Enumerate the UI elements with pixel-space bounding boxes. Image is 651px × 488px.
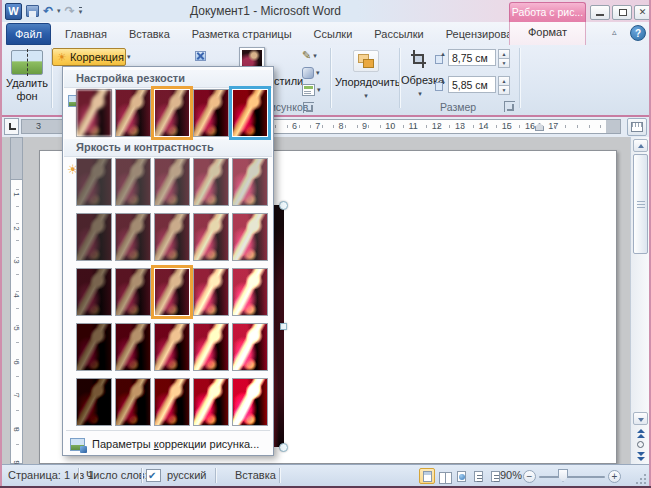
ribbon-tab-2[interactable]: Вставка — [118, 23, 181, 45]
sharpness-option-2[interactable] — [115, 89, 151, 137]
brightness-contrast-option-r4-c3[interactable] — [154, 323, 190, 371]
brightness-contrast-option-r5-c2[interactable] — [115, 378, 151, 426]
window-resize-grip[interactable] — [635, 473, 647, 485]
thumbnail-image — [233, 324, 267, 370]
picture-border-button[interactable]: ✎ ▾ — [302, 48, 328, 63]
brightness-contrast-option-r1-c3[interactable] — [154, 158, 190, 206]
arrange-icon — [353, 50, 379, 72]
ribbon-tab-1[interactable]: Главная — [54, 23, 118, 45]
brightness-contrast-option-r1-c5[interactable] — [232, 158, 268, 206]
reset-picture-icon[interactable] — [192, 49, 210, 64]
spin-up-icon[interactable]: ▲ — [498, 49, 510, 58]
brightness-contrast-option-r5-c5[interactable] — [232, 378, 268, 426]
corrections-button[interactable]: ☀ Коррекция ▾ — [52, 48, 126, 66]
vertical-scrollbar[interactable] — [630, 137, 649, 464]
zoom-out-button[interactable]: − — [523, 470, 536, 483]
page-indicator[interactable]: Страница: 1 из 1 — [8, 465, 94, 486]
sharpness-option-1[interactable] — [76, 89, 112, 137]
vertical-ruler[interactable]: 123456789 — [10, 137, 23, 464]
height-spinner[interactable]: ▲ ▼ — [498, 49, 510, 66]
picture-handle-middle-right[interactable] — [280, 323, 287, 330]
brightness-contrast-option-r1-c2[interactable] — [115, 158, 151, 206]
crop-button[interactable]: Обрезка ▾ — [401, 47, 439, 105]
picture-tools-contextual-header: Работа с рис... — [509, 2, 586, 22]
brightness-contrast-option-r4-c4[interactable] — [193, 323, 229, 371]
thumbnail-image — [194, 159, 228, 205]
tab-stop-selector[interactable] — [4, 118, 19, 135]
brightness-contrast-option-r2-c3[interactable] — [154, 213, 190, 261]
picture-corrections-options-item[interactable]: Параметры коррекции рисунка... — [64, 433, 272, 455]
brightness-contrast-option-r1-c1[interactable] — [76, 158, 112, 206]
brightness-contrast-option-r5-c1[interactable] — [76, 378, 112, 426]
view-web-layout-button[interactable] — [453, 468, 469, 484]
brightness-contrast-option-r4-c2[interactable] — [115, 323, 151, 371]
sharpness-option-4[interactable] — [193, 89, 229, 137]
chevron-down-icon: ▾ — [418, 90, 422, 97]
view-print-layout-button[interactable] — [419, 468, 435, 484]
picture-layout-button[interactable]: ▾ — [302, 82, 328, 97]
view-outline-button[interactable] — [470, 468, 486, 484]
spin-down-icon[interactable]: ▼ — [498, 58, 510, 68]
scroll-up-button[interactable] — [633, 139, 648, 152]
brightness-contrast-option-r3-c4[interactable] — [193, 268, 229, 316]
tab-file[interactable]: Файл — [6, 23, 51, 45]
brightness-contrast-option-r3-c2[interactable] — [115, 268, 151, 316]
spell-check-icon[interactable]: ✔ — [146, 469, 161, 482]
language-indicator[interactable]: русский — [167, 465, 206, 486]
brightness-contrast-option-r5-c3[interactable] — [154, 378, 190, 426]
arrange-button[interactable]: Упорядочить ▾ — [335, 47, 397, 105]
restore-button[interactable] — [612, 5, 632, 20]
brightness-contrast-option-r2-c2[interactable] — [115, 213, 151, 261]
scrollbar-thumb[interactable] — [633, 154, 648, 254]
select-browse-object-button[interactable] — [634, 440, 647, 451]
scroll-down-button[interactable] — [633, 412, 648, 425]
insert-mode-indicator[interactable]: Вставка — [235, 465, 276, 486]
spin-down-icon[interactable]: ▼ — [498, 85, 510, 95]
sharpness-option-3[interactable] — [154, 89, 190, 137]
shape-width-field[interactable] — [448, 76, 496, 93]
help-icon[interactable]: ? — [630, 25, 646, 41]
view-fullscreen-reading-button[interactable] — [436, 468, 452, 484]
zoom-slider-track[interactable] — [539, 476, 605, 478]
previous-page-button[interactable] — [634, 428, 647, 439]
view-ruler-toggle-button[interactable] — [627, 118, 647, 136]
brightness-contrast-option-r2-c5[interactable] — [232, 213, 268, 261]
minimize-button[interactable] — [590, 5, 610, 20]
thumbnail-image — [77, 90, 111, 136]
ribbon-tab-3[interactable]: Разметка страницы — [181, 23, 303, 45]
brightness-contrast-option-r4-c1[interactable] — [76, 323, 112, 371]
brightness-contrast-option-r3-c5[interactable] — [232, 268, 268, 316]
picture-styles-dialog-launcher[interactable] — [303, 102, 314, 113]
remove-background-button[interactable]: Удалить фон — [4, 47, 50, 109]
minimize-ribbon-icon[interactable]: ▵ — [612, 27, 617, 37]
picture-styles-partial-label: стили — [274, 75, 303, 87]
ribbon-tab-5[interactable]: Рассылки — [363, 23, 434, 45]
thumbnail-image — [116, 269, 150, 315]
width-spinner[interactable]: ▲ ▼ — [498, 76, 510, 93]
zoom-slider-thumb[interactable] — [558, 469, 568, 482]
brightness-contrast-option-r3-c1[interactable] — [76, 268, 112, 316]
picture-handle-top-right[interactable] — [279, 201, 288, 210]
brightness-contrast-option-r2-c4[interactable] — [193, 213, 229, 261]
ruler-number: 6 — [12, 360, 21, 364]
shape-height-field[interactable] — [448, 49, 496, 66]
brightness-contrast-option-r3-c3[interactable] — [154, 268, 190, 316]
tab-format-active[interactable]: Формат — [509, 22, 586, 45]
arrange-label: Упорядочить — [335, 76, 397, 88]
next-page-button[interactable] — [634, 451, 647, 462]
brightness-contrast-option-r2-c1[interactable] — [76, 213, 112, 261]
window-border-left — [0, 0, 2, 488]
zoom-in-button[interactable]: + — [608, 470, 621, 483]
zoom-level[interactable]: 90% — [500, 465, 522, 486]
brightness-contrast-option-r5-c4[interactable] — [193, 378, 229, 426]
picture-effects-button[interactable]: ▾ — [302, 65, 328, 80]
size-dialog-launcher[interactable] — [504, 101, 515, 112]
picture-handle-bottom-right[interactable] — [279, 443, 288, 452]
brightness-contrast-option-r4-c5[interactable] — [232, 323, 268, 371]
corrections-dropdown: Настройка резкости Яркость и контрастнос… — [62, 66, 274, 456]
options-label: Параметры коррекции рисунка... — [92, 438, 259, 450]
sharpness-option-5[interactable] — [232, 89, 268, 137]
brightness-contrast-option-r1-c4[interactable] — [193, 158, 229, 206]
ribbon-tab-4[interactable]: Ссылки — [303, 23, 364, 45]
spin-up-icon[interactable]: ▲ — [498, 76, 510, 85]
